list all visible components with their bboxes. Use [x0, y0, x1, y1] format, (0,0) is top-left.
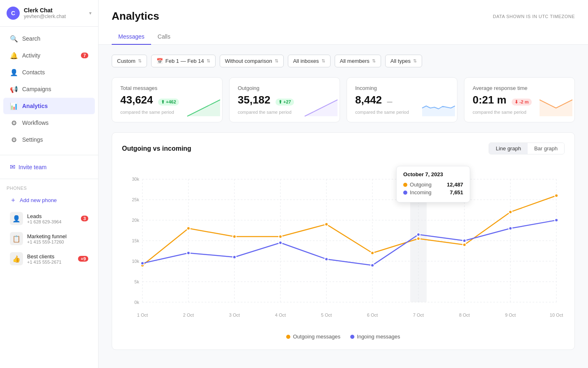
graph-btn-line[interactable]: Line graph: [489, 143, 527, 154]
stat-card-0: Total messages 43,624 ⬆ +462 compared th…: [112, 77, 223, 122]
svg-text:3 Oct: 3 Oct: [229, 313, 240, 317]
legend-incoming: Ingoing messages: [350, 334, 400, 340]
stat-value-2: 8,442: [355, 94, 382, 106]
svg-text:20k: 20k: [132, 218, 139, 223]
stat-card-1: Outgoing 35,182 ⬆ +27 compared the same …: [229, 77, 340, 122]
sidebar-header[interactable]: C Clerk Chat yevhen@clerk.chat ▾: [0, 0, 98, 27]
svg-text:1 Oct: 1 Oct: [137, 313, 148, 317]
avatar: C: [7, 7, 20, 20]
sidebar-item-label-activity: Activity: [22, 52, 40, 59]
svg-text:9 Oct: 9 Oct: [505, 313, 516, 317]
phone-item-leads[interactable]: 👤 Leads +1 628 629-3964 3: [3, 209, 95, 228]
svg-point-28: [417, 237, 420, 240]
svg-text:2 Oct: 2 Oct: [183, 313, 194, 317]
sidebar-item-label-analytics: Analytics: [22, 103, 48, 109]
tab-messages[interactable]: Messages: [112, 29, 151, 45]
stat-sparkline-2: [420, 98, 457, 122]
svg-text:30k: 30k: [132, 177, 139, 182]
svg-text:8 Oct: 8 Oct: [459, 313, 470, 317]
sidebar-item-search[interactable]: 🔍 Search: [3, 30, 95, 47]
tab-calls[interactable]: Calls: [151, 29, 177, 45]
members-value: All members: [340, 58, 370, 64]
chevron-down-icon: ▾: [89, 10, 92, 16]
invite-team-button[interactable]: ✉ Invite team: [3, 159, 95, 175]
inbox-filter[interactable]: All inboxes ⇅: [288, 55, 331, 67]
svg-text:4 Oct: 4 Oct: [275, 313, 286, 317]
sidebar-nav: 🔍 Search 🔔 Activity 7 👤 Contacts 📢 Campa…: [0, 27, 98, 152]
date-range-filter[interactable]: 📅 Feb 1 — Feb 14 ⇅: [151, 55, 216, 67]
svg-point-32: [141, 262, 144, 265]
stat-cards: Total messages 43,624 ⬆ +462 compared th…: [112, 77, 575, 122]
svg-point-40: [509, 227, 512, 230]
calendar-icon: 📅: [156, 58, 163, 64]
svg-point-36: [325, 258, 328, 261]
chevron-icon-6: ⇅: [413, 58, 417, 64]
legend-incoming-label: Ingoing messages: [357, 334, 400, 340]
svg-point-41: [555, 218, 558, 222]
sidebar-company-info: Clerk Chat yevhen@clerk.chat: [24, 7, 89, 19]
phone-icon-marketing: 📋: [10, 232, 23, 245]
types-filter[interactable]: All types ⇅: [385, 55, 422, 67]
phone-list: 👤 Leads +1 628 629-3964 3 📋 Marketing fu…: [0, 208, 98, 269]
svg-point-29: [463, 243, 466, 246]
campaigns-icon: 📢: [10, 85, 18, 93]
sidebar-item-activity[interactable]: 🔔 Activity 7: [3, 47, 95, 64]
date-type-filter[interactable]: Custom ⇅: [112, 55, 147, 67]
graph-toggle: Line graphBar graph: [489, 143, 565, 154]
stat-value-3: 0:21 m: [473, 94, 506, 106]
activity-icon: 🔔: [10, 51, 18, 60]
stat-sparkline-1: [303, 98, 340, 122]
sidebar-item-label-search: Search: [22, 35, 40, 42]
tabs: MessagesCalls: [112, 29, 575, 44]
svg-point-25: [279, 235, 282, 238]
svg-text:10 Oct: 10 Oct: [550, 313, 563, 317]
graph-btn-bar[interactable]: Bar graph: [528, 143, 564, 154]
chart-title: Outgoing vs incoming: [122, 145, 191, 152]
svg-text:7 Oct: 7 Oct: [413, 313, 424, 317]
svg-text:0k: 0k: [134, 300, 139, 305]
phone-item-bestclients[interactable]: 👍 Best clients +1 415 555-2671 +9: [3, 249, 95, 269]
stat-change-1: ⬆ +27: [276, 99, 294, 106]
svg-text:25k: 25k: [132, 197, 139, 202]
sidebar-item-campaigns[interactable]: 📢 Campaigns: [3, 81, 95, 97]
svg-text:5k: 5k: [134, 279, 139, 284]
filters-bar: Custom ⇅ 📅 Feb 1 — Feb 14 ⇅ Without comp…: [112, 55, 575, 67]
sidebar: C Clerk Chat yevhen@clerk.chat ▾ 🔍 Searc…: [0, 0, 99, 368]
phone-info-bestclients: Best clients +1 415 555-2671: [27, 253, 78, 264]
sidebar-item-analytics[interactable]: 📊 Analytics: [3, 98, 95, 114]
sidebar-item-contacts[interactable]: 👤 Contacts: [3, 64, 95, 80]
stat-value-0: 43,624: [120, 94, 153, 106]
types-value: All types: [390, 58, 411, 64]
company-email: yevhen@clerk.chat: [24, 14, 89, 19]
legend-incoming-dot: [350, 335, 354, 339]
main-content: Analytics DATA SHOWN IS IN UTC TIMEZONE …: [99, 0, 588, 368]
date-range-value: Feb 1 — Feb 14: [165, 58, 204, 64]
stat-card-3: Average response time 0:21 m ⬇ -2 m comp…: [464, 77, 575, 122]
main-body: Custom ⇅ 📅 Feb 1 — Feb 14 ⇅ Without comp…: [99, 45, 588, 368]
sidebar-item-workflows[interactable]: ⚙ Workflows: [3, 115, 95, 131]
comparison-value: Without comparison: [225, 58, 272, 64]
members-filter[interactable]: All members ⇅: [335, 55, 381, 67]
sidebar-badge-activity: 7: [81, 53, 88, 58]
stat-change-0: ⬆ +462: [158, 99, 179, 106]
phone-item-marketing[interactable]: 📋 Marketing funnel +1 415 559-17260: [3, 229, 95, 248]
phone-info-leads: Leads +1 628 629-3964: [27, 213, 81, 224]
stat-sparkline-0: [185, 98, 222, 122]
sidebar-divider-1: [0, 155, 98, 155]
chevron-icon-3: ⇅: [275, 58, 278, 64]
phone-icon-bestclients: 👍: [10, 252, 23, 265]
comparison-filter[interactable]: Without comparison ⇅: [220, 55, 284, 67]
phone-badge-bestclients: +9: [78, 256, 88, 262]
sidebar-item-label-workflows: Workflows: [22, 120, 48, 126]
chart-area: 0k5k10k15k20k25k30k 1 Oct2 Oct3 Oct4 Oct…: [122, 163, 565, 327]
chart-svg: 0k5k10k15k20k25k30k 1 Oct2 Oct3 Oct4 Oct…: [122, 163, 565, 327]
stat-label-3: Average response time: [473, 85, 566, 91]
date-type-value: Custom: [117, 58, 136, 64]
svg-point-34: [233, 255, 236, 259]
svg-point-30: [509, 210, 512, 214]
inbox-value: All inboxes: [293, 58, 319, 64]
svg-point-33: [187, 251, 190, 255]
sidebar-item-settings[interactable]: ⚙ Settings: [3, 131, 95, 148]
add-phone-button[interactable]: ＋ Add new phone: [3, 193, 95, 208]
chart-section: Outgoing vs incoming Line graphBar graph…: [112, 132, 575, 350]
